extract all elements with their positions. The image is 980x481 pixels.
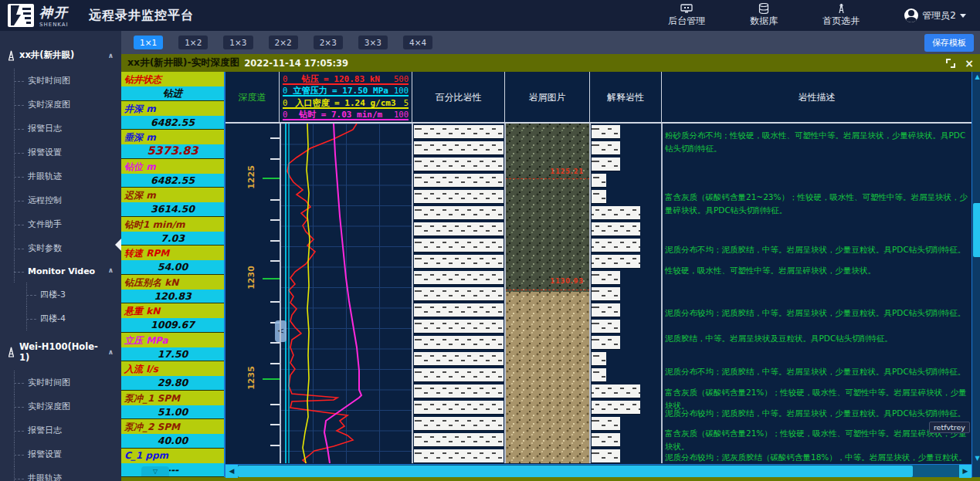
sidebar-item-实时深度图[interactable]: 实时深度图 bbox=[5, 93, 121, 117]
horizontal-scroll-thumb[interactable] bbox=[238, 466, 913, 477]
litho-description: 泥质胶结，中等。岩屑呈块状及豆粒状。具PDC钻头切削特征。 bbox=[665, 332, 968, 345]
litho-strip bbox=[414, 239, 504, 252]
litho-description: 性较硬，吸水性、可塑性中等。岩屑呈碎块状，少量块状。 bbox=[665, 264, 968, 277]
photo-depth-line bbox=[505, 290, 590, 290]
save-template-button[interactable]: 保存模板 bbox=[924, 34, 974, 52]
litho-description: 泥质分布不均；泥质胶结，中等。岩屑呈块状，少量豆粒状。具PDC钻头切削特征。 bbox=[665, 365, 968, 378]
expand-icon[interactable] bbox=[946, 59, 955, 68]
sidebar-well-0[interactable]: xx井(新井眼)∧ bbox=[6, 49, 121, 61]
interp-strip bbox=[592, 449, 620, 462]
sidebar-item-实时时间图[interactable]: 实时时间图 bbox=[5, 69, 121, 93]
sidebar-item-四楼-4[interactable]: 四楼-4 bbox=[5, 307, 121, 330]
column-divider bbox=[504, 124, 506, 463]
sidebar-item-实时深度图[interactable]: 实时深度图 bbox=[5, 395, 121, 418]
litho-strip bbox=[414, 141, 504, 154]
litho-strip bbox=[414, 271, 504, 284]
depth-label: 1230 bbox=[246, 266, 256, 290]
sidebar-item-远程控制[interactable]: 远程控制 bbox=[5, 188, 121, 212]
scroll-left-arrow[interactable]: ◀ bbox=[226, 465, 238, 478]
well-name: Wei-H100(Hole-1) bbox=[19, 341, 105, 363]
layout-button-4×4[interactable]: 4×4 bbox=[403, 36, 432, 49]
sidebar-item-井眼轨迹[interactable]: 井眼轨迹 bbox=[5, 466, 121, 481]
param-dropdown-button[interactable]: ▽ bbox=[141, 466, 169, 476]
param-label: 井深 m bbox=[121, 101, 224, 116]
param-row: C_1 ppm--- bbox=[121, 449, 224, 478]
vertical-scroll-thumb[interactable] bbox=[973, 203, 980, 257]
curve-钻压 bbox=[287, 124, 357, 463]
sidebar-item-四楼-3[interactable]: 四楼-3 bbox=[5, 283, 121, 307]
layout-button-2×2[interactable]: 2×2 bbox=[269, 36, 298, 49]
sidebar-item-实时参数[interactable]: 实时参数 bbox=[5, 236, 121, 260]
col-header-litho-percent: 百分比岩性 bbox=[412, 72, 505, 124]
sidebar-well-1[interactable]: Wei-H100(Hole-1)∧ bbox=[6, 341, 121, 363]
layout-button-1×3[interactable]: 1×3 bbox=[223, 36, 253, 49]
litho-strip bbox=[414, 158, 504, 171]
panel-timestamp: 2022-11-14 17:05:39 bbox=[244, 58, 348, 69]
layout-toolbar: 1×11×21×32×22×33×34×4 保存模板 bbox=[121, 31, 980, 54]
chart-region: 深度道 0钻压 = 120.83 kN5000立管压力 = 17.50 MPa1… bbox=[224, 72, 980, 477]
param-label: 立压 MPa bbox=[121, 333, 224, 347]
interp-strip bbox=[592, 158, 620, 171]
layout-button-3×3[interactable]: 3×3 bbox=[358, 36, 388, 49]
col-header-cuttings-photo: 岩屑图片 bbox=[505, 72, 590, 124]
panel-title: xx井(新井眼)-实时深度图 bbox=[127, 56, 239, 69]
legend-text: 入口密度 = 1.24 g/cm3 bbox=[295, 99, 395, 107]
minor-tick bbox=[270, 404, 280, 405]
litho-strip bbox=[414, 125, 504, 138]
sidebar-item-报警日志[interactable]: 报警日志 bbox=[5, 117, 121, 141]
layout-button-1×1[interactable]: 1×1 bbox=[134, 36, 163, 49]
sidebar-item-报警设置[interactable]: 报警设置 bbox=[5, 141, 121, 164]
sidebar-collapse-handle[interactable] bbox=[115, 238, 121, 252]
layout-button-1×2[interactable]: 1×2 bbox=[178, 36, 208, 49]
sidebar-item-报警日志[interactable]: 报警日志 bbox=[5, 418, 121, 442]
param-value: 17.50 bbox=[121, 347, 224, 361]
interp-strip bbox=[592, 401, 640, 414]
scroll-up-arrow[interactable]: ▲ bbox=[972, 72, 980, 83]
param-collapse-handle[interactable]: < bbox=[275, 320, 287, 342]
sidebar-item-文件助手[interactable]: 文件助手 bbox=[5, 212, 121, 236]
major-tick bbox=[263, 178, 280, 179]
param-row: 泵冲_1 SPM51.00 bbox=[121, 391, 224, 420]
close-icon[interactable]: × bbox=[965, 59, 974, 68]
minor-tick bbox=[270, 137, 280, 139]
param-row: 立压 MPa17.50 bbox=[121, 333, 224, 362]
layout-button-2×3[interactable]: 2×3 bbox=[314, 36, 343, 49]
litho-description: 泥质分布较均；泥质胶结，中等。岩屑呈块状，少量豆粒状。具PDC钻头切削特征。 bbox=[665, 407, 968, 420]
nav-database[interactable]: 数据库 bbox=[750, 3, 778, 28]
param-label: 泵冲_2 SPM bbox=[121, 419, 224, 434]
nav-backend-label: 后台管理 bbox=[668, 15, 705, 28]
interp-litho-column bbox=[590, 124, 662, 463]
scroll-right-arrow[interactable]: ▶ bbox=[959, 465, 972, 478]
app-header: 神开 SHENKAI 远程录井监控平台 后台管理 数据库 首页选井 管理员2 bbox=[0, 0, 980, 31]
param-label: 转速 RPM bbox=[121, 246, 224, 260]
sidebar-item-报警设置[interactable]: 报警设置 bbox=[5, 442, 121, 466]
column-divider bbox=[589, 124, 591, 463]
param-row: 悬重 kN1009.67 bbox=[121, 303, 224, 333]
litho-strip bbox=[414, 174, 504, 187]
nav-backend[interactable]: 后台管理 bbox=[668, 3, 705, 28]
minor-tick bbox=[270, 158, 280, 160]
scroll-down-arrow[interactable]: ▼ bbox=[972, 453, 980, 464]
param-value: 7.03 bbox=[121, 232, 224, 246]
curve-track: < bbox=[280, 124, 412, 463]
curve-钻时 bbox=[324, 124, 361, 463]
curve-入口密度 bbox=[303, 124, 310, 463]
user-menu[interactable]: 管理员2 bbox=[904, 8, 966, 22]
legend-max: 500 bbox=[394, 75, 409, 83]
litho-desc-column: 粉砂质分布不均；性较硬，吸水性、可塑性中等。岩屑呈块状，少量碎块状。具PDC钻头… bbox=[662, 124, 972, 463]
litho-percent-column bbox=[412, 124, 505, 463]
interp-strip bbox=[592, 417, 620, 430]
param-value: --- bbox=[121, 463, 224, 477]
sidebar-item-monitor-video[interactable]: Monitor Video∧ bbox=[5, 260, 121, 283]
interp-strip bbox=[592, 287, 620, 300]
user-avatar-icon bbox=[904, 8, 918, 22]
param-label: 钻压别名 kN bbox=[121, 275, 224, 290]
nav-well-select[interactable]: 首页选井 bbox=[822, 3, 860, 28]
chart-header: 深度道 0钻压 = 120.83 kN5000立管压力 = 17.50 MPa1… bbox=[226, 72, 972, 124]
sidebar: xx井(新井眼)∧实时时间图实时深度图报警日志报警设置井眼轨迹远程控制文件助手实… bbox=[0, 31, 121, 481]
sidebar-item-井眼轨迹[interactable]: 井眼轨迹 bbox=[5, 164, 121, 188]
litho-description: 泥质分布不均；泥质胶结，中等。岩屑呈块状，少量豆粒状。具PDC钻头切削特征。 bbox=[665, 243, 968, 256]
param-value: 120.83 bbox=[121, 290, 224, 303]
sidebar-item-实时时间图[interactable]: 实时时间图 bbox=[5, 371, 121, 395]
shenkai-logo-icon bbox=[8, 4, 34, 27]
